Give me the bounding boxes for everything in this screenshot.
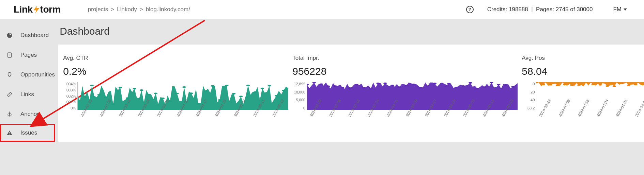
svg-point-29 (204, 90, 207, 92)
svg-point-57 (419, 87, 422, 88)
breadcrumb-project[interactable]: Linkody (117, 6, 137, 13)
svg-point-59 (433, 83, 436, 84)
svg-point-48 (355, 84, 358, 85)
svg-point-73 (549, 84, 552, 85)
svg-point-34 (239, 96, 243, 97)
svg-point-30 (211, 85, 214, 87)
svg-point-14 (97, 94, 101, 95)
svg-point-60 (440, 83, 444, 84)
bolt-icon (32, 5, 41, 14)
logo-text-right: torm (40, 4, 61, 15)
svg-point-81 (606, 85, 609, 87)
pages-icon (6, 52, 13, 58)
svg-point-39 (275, 95, 278, 97)
svg-point-53 (390, 85, 394, 86)
svg-point-67 (490, 82, 493, 83)
svg-point-43 (320, 84, 323, 85)
sidebar-item-label: Opportunities (20, 71, 55, 78)
svg-point-33 (232, 93, 235, 94)
y-tick: 0 (522, 82, 535, 86)
y-tick: 20 (522, 90, 535, 94)
svg-point-27 (189, 92, 193, 94)
breadcrumb-root[interactable]: projects (88, 6, 108, 13)
card-value: 58.04 (522, 66, 644, 77)
svg-point-85 (634, 84, 638, 85)
y-tick: 10,000 (292, 90, 305, 94)
svg-point-45 (334, 85, 337, 87)
svg-point-12 (83, 96, 87, 98)
svg-point-41 (307, 84, 309, 85)
user-initials: FM (613, 6, 622, 13)
stat-card: Avg. CTR0.2%.004%.003%.002%.001%0% 2024-… (61, 55, 290, 138)
svg-point-61 (447, 83, 451, 84)
svg-point-74 (556, 85, 559, 86)
svg-point-17 (119, 87, 122, 88)
sidebar-item-issues[interactable]: Issues (0, 124, 55, 142)
svg-point-55 (405, 85, 408, 86)
svg-point-21 (147, 94, 150, 95)
svg-point-25 (175, 93, 179, 94)
help-icon[interactable]: ? (466, 6, 474, 13)
svg-point-22 (154, 92, 157, 94)
card-label: Avg. CTR (63, 55, 288, 62)
card-value: 0.2% (63, 66, 288, 77)
svg-point-77 (577, 84, 581, 86)
user-menu[interactable]: FM (613, 6, 627, 13)
app-logo: Link torm (14, 4, 61, 15)
pages-label: Pages: (536, 6, 554, 13)
credits-label: Credits: (487, 6, 507, 13)
bulb-icon (6, 72, 13, 78)
svg-point-13 (90, 85, 94, 86)
svg-point-19 (133, 88, 136, 89)
svg-point-66 (483, 86, 486, 88)
y-axis: 0204063.2 (522, 82, 536, 110)
svg-point-51 (377, 83, 380, 84)
warning-icon (6, 130, 13, 136)
svg-point-46 (341, 87, 344, 88)
y-tick: .004% (63, 82, 76, 86)
sidebar-item-links[interactable]: Links (0, 85, 55, 104)
y-tick: 40 (522, 98, 535, 102)
breadcrumb-page[interactable]: blog.linkody.com/ (146, 6, 190, 13)
svg-point-75 (563, 84, 567, 85)
svg-point-38 (268, 85, 271, 86)
svg-point-68 (497, 84, 501, 85)
card-label: Avg. Pos (522, 55, 644, 62)
y-tick: .003% (63, 88, 76, 92)
svg-point-84 (627, 84, 630, 86)
svg-point-71 (536, 82, 538, 83)
y-axis: 12,89510,0005,0000 (292, 82, 307, 110)
stat-card: Total Impr.95622812,89510,0005,0000 2024… (290, 55, 520, 138)
svg-point-65 (476, 88, 479, 89)
link-icon (6, 91, 13, 98)
y-tick: 63.2 (522, 106, 535, 110)
svg-point-58 (426, 85, 429, 87)
sidebar-item-label: Dashboard (20, 32, 49, 39)
app-header: Link torm projects > Linkody > blog.link… (0, 0, 644, 19)
svg-point-26 (183, 86, 186, 88)
y-tick: .002% (63, 94, 76, 98)
svg-point-54 (398, 86, 401, 88)
sidebar-item-opportunities[interactable]: Opportunities (0, 65, 55, 85)
svg-point-44 (327, 86, 330, 87)
logo-text-left: Link (14, 4, 33, 15)
svg-point-69 (504, 84, 507, 86)
dashboard-icon (6, 32, 13, 38)
breadcrumb-sep: > (111, 6, 114, 13)
stat-card: Avg. Pos58.040204063.2 2024-02-292024-03… (520, 55, 644, 138)
svg-point-80 (599, 84, 602, 85)
sidebar-item-label: Links (20, 91, 34, 98)
y-tick: 0 (292, 106, 305, 110)
sidebar-item-pages[interactable]: Pages (0, 45, 55, 65)
svg-point-32 (225, 85, 229, 86)
svg-point-40 (282, 90, 285, 91)
x-axis: 2024-02-292024-03-082024-03-162024-03-24… (292, 114, 518, 138)
sidebar-item-dashboard[interactable]: Dashboard (0, 25, 55, 45)
svg-point-56 (412, 84, 415, 85)
sidebar-item-label: Pages (20, 52, 37, 58)
breadcrumb: projects > Linkody > blog.linkody.com/ (88, 6, 190, 13)
sidebar-item-label: Anchor (20, 111, 39, 118)
sidebar-item-anchor[interactable]: Anchor (0, 104, 55, 124)
svg-point-79 (592, 84, 595, 85)
svg-point-35 (246, 85, 250, 86)
